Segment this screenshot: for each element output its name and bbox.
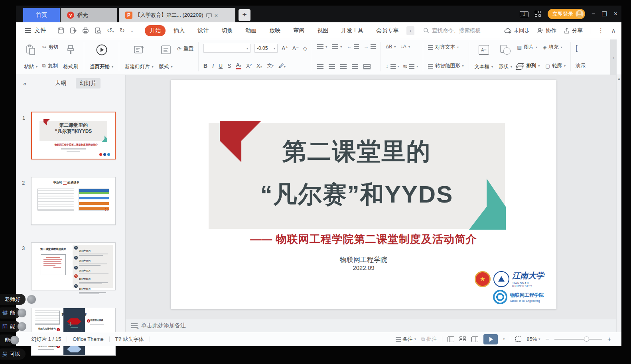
phonetic-guide-button[interactable]: 文▾ [267, 62, 274, 69]
slideshow-options-dropdown[interactable]: ▾ [503, 337, 505, 341]
italic-button[interactable]: I [212, 63, 214, 69]
distribute-icon[interactable] [363, 64, 371, 69]
copy-button[interactable]: ⧉复制 [42, 63, 58, 69]
present-tools-button[interactable]: 演示 [576, 63, 586, 69]
menu-view[interactable]: 视图 [312, 25, 333, 36]
close-tab-icon[interactable]: × [215, 12, 218, 19]
slide-thumbnail-3[interactable]: 3 第二课堂成绩单的由来 ✎2016年08月 ✎2016年09月 ✎2016年1… [31, 242, 116, 290]
fit-slide-button[interactable] [515, 336, 521, 342]
customize-toolbar-icon[interactable]: ⌄ [130, 28, 134, 33]
single-window-icon[interactable]: 1 [520, 11, 528, 17]
outline-shape-button[interactable]: ▢轮廓▾ [545, 63, 566, 69]
text-box-button[interactable]: A≡ 文本框▾ [474, 42, 494, 71]
search-input[interactable] [432, 28, 500, 33]
zoom-in-button[interactable]: + [607, 336, 611, 343]
picture-button[interactable]: ▨图片▾ [517, 44, 537, 51]
tab-document[interactable]: P 【入学教育】第二... (202209) × [119, 8, 235, 22]
comments-button[interactable]: ⧉批注 [421, 336, 437, 343]
line-spacing-button[interactable]: ↕▾ [386, 64, 399, 69]
strikethrough-button[interactable]: S [227, 63, 231, 69]
slide-thumbnail-1[interactable]: 1 第二课堂里的“凡尔赛”和YYDS —— 物联网工程学院第二课堂制度及活动简介 [31, 112, 116, 159]
print-icon[interactable] [82, 27, 89, 34]
clear-format-icon[interactable]: ◇ [303, 45, 308, 51]
menu-transition[interactable]: 切换 [217, 25, 237, 36]
menu-animation[interactable]: 动画 [241, 25, 261, 36]
bold-button[interactable]: B [203, 63, 207, 69]
file-menu[interactable]: 文件 [16, 27, 52, 34]
command-search[interactable] [423, 28, 500, 33]
collapse-panel-icon[interactable]: « [23, 80, 26, 87]
font-color-button[interactable]: A▾ [236, 62, 241, 69]
ribbon-expand-chevron[interactable]: › [610, 39, 617, 75]
scroll-up-icon[interactable]: ▲ [617, 75, 621, 81]
align-center-icon[interactable] [329, 64, 335, 69]
notes-bar[interactable]: 单击此处添加备注 [126, 319, 617, 332]
zoom-out-button[interactable]: − [545, 336, 549, 343]
more-menus-chevron[interactable]: › [406, 26, 414, 35]
login-button[interactable]: 立即登录 [548, 9, 585, 19]
save-icon[interactable] [57, 27, 64, 34]
undo-icon[interactable]: ↺▾ [107, 27, 114, 34]
font-size-combo[interactable]: -0.05▾ [254, 44, 278, 53]
normal-view-button[interactable] [448, 336, 454, 342]
text-direction-button[interactable]: ↓A▾ [400, 44, 410, 49]
decrease-indent-button[interactable]: ← [347, 44, 359, 49]
menu-slideshow[interactable]: 放映 [264, 25, 285, 36]
redo-icon[interactable]: ↻ [119, 27, 124, 34]
close-button[interactable]: × [614, 10, 617, 18]
restore-button[interactable]: ❐ [601, 10, 607, 18]
underline-button[interactable]: U [219, 63, 223, 69]
subscript-button[interactable]: X₂ [256, 63, 262, 69]
to-smart-graphic-button[interactable]: 转智能图形▾ [428, 63, 464, 69]
decrease-font-icon[interactable]: A⁻ [292, 45, 299, 51]
zoom-slider-knob[interactable] [584, 336, 589, 342]
sync-status[interactable]: 未同步 [504, 27, 530, 34]
increase-indent-button[interactable]: → [364, 44, 376, 49]
paragraph-spacing-button[interactable]: ↹▾ [403, 63, 418, 69]
share-button[interactable]: 分享 [564, 27, 583, 34]
character-spacing-button[interactable]: AB▾ [386, 44, 396, 49]
bullet-list-button[interactable]: ▾ [317, 44, 327, 49]
align-left-icon[interactable] [317, 64, 323, 69]
app-grid-icon[interactable] [535, 11, 541, 17]
slideshow-play-button[interactable] [483, 334, 498, 344]
tab-docer[interactable]: v 稻壳 [61, 8, 117, 22]
numbered-list-button[interactable]: ▾ [332, 44, 342, 49]
slide-thumbnail-2[interactable]: 2 毕业时的成绩单 [31, 177, 116, 225]
new-slide-button[interactable]: 新建幻灯片▾ [124, 42, 154, 71]
vertical-scrollbar[interactable]: ▲ [616, 75, 621, 332]
reading-view-button[interactable] [471, 336, 478, 342]
menu-devtools[interactable]: 开发工具 [336, 25, 368, 36]
zoom-slider[interactable] [554, 339, 602, 340]
fill-button[interactable]: ◈填充▾ [543, 44, 562, 51]
menu-insert[interactable]: 插入 [169, 25, 189, 36]
menu-design[interactable]: 设计 [193, 25, 213, 36]
align-text-button[interactable]: 对齐文本▾ [428, 44, 464, 51]
tab-outline[interactable]: 大纲 [51, 78, 70, 89]
highlight-button[interactable]: 🖉▾ [278, 63, 286, 69]
output-icon[interactable] [70, 27, 77, 34]
menu-review[interactable]: 审阅 [288, 25, 309, 36]
superscript-button[interactable]: X² [246, 63, 252, 69]
shapes-button[interactable]: 形状▾ [498, 42, 513, 71]
new-tab-button[interactable]: + [239, 9, 250, 21]
font-family-combo[interactable]: ▾ [203, 44, 250, 53]
paste-button[interactable]: 粘贴▾ [23, 42, 38, 71]
tab-slides[interactable]: 幻灯片 [76, 78, 101, 89]
layout-button[interactable]: 版式▾ [158, 42, 174, 71]
tab-home[interactable]: 首页 [23, 8, 60, 22]
monitor-icon[interactable] [206, 13, 212, 17]
cut-button[interactable]: ✂剪切 [42, 44, 58, 51]
reset-button[interactable]: ⟳重置 [177, 45, 193, 52]
more-options-icon[interactable]: ⋮ [597, 27, 604, 34]
play-from-page-button[interactable]: 当页开始▾ [89, 42, 114, 71]
menu-member[interactable]: 会员专享 [371, 25, 403, 36]
format-painter-button[interactable]: 格式刷 [63, 42, 79, 71]
collapse-ribbon-icon[interactable]: ∧ [611, 27, 616, 34]
minimize-button[interactable]: − [592, 10, 595, 18]
collaborate-button[interactable]: 协作 [537, 27, 556, 34]
increase-font-icon[interactable]: A⁺ [282, 45, 288, 51]
slide-sorter-view-button[interactable] [459, 336, 466, 342]
justify-icon[interactable] [352, 64, 358, 69]
add-slide-button[interactable]: + [68, 319, 73, 329]
